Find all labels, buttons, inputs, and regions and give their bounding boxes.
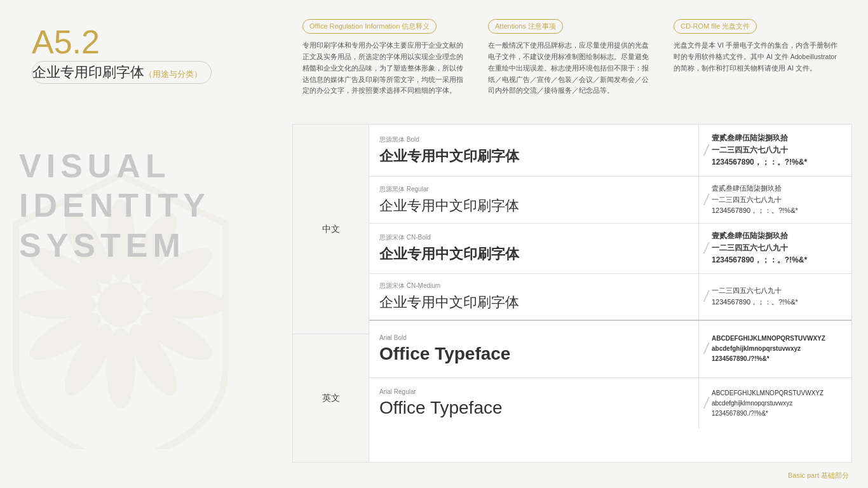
font-label-1: 思源黑体 Regular	[379, 185, 688, 194]
info-box-text-0: 专用印刷字体和专用办公字体主要应用于企业文献的正文及实务用品，所选定的字体用以实…	[302, 40, 468, 97]
info-box-0: Office Regulation Information 信息释义 专用印刷字…	[292, 19, 478, 108]
font-label-4: Arial Bold	[379, 334, 688, 341]
font-row-0: 思源黑体 Bold 企业专用中文印刷字体 壹贰叁肆伍陆柒捌玖拾 一二三四五六七八…	[369, 125, 851, 177]
top-info-area: Office Regulation Information 信息释义 专用印刷字…	[280, 0, 868, 121]
font-sample-3: 思源宋体 CN-Medium 企业专用中文印刷字体	[369, 274, 699, 320]
font-display-1: 企业专用中文印刷字体	[379, 196, 688, 215]
left-panel: A5.2 企业专用印刷字体（用途与分类）	[0, 0, 280, 488]
footer: Basic part 基础部分	[788, 471, 849, 480]
font-sample-1: 思源黑体 Regular 企业专用中文印刷字体	[369, 177, 699, 223]
font-label-3: 思源宋体 CN-Medium	[379, 281, 688, 290]
font-label-0: 思源黑体 Bold	[379, 135, 688, 144]
font-sample-0: 思源黑体 Bold 企业专用中文印刷字体	[369, 125, 699, 176]
font-row-5: Arial Regular Office Typeface ABCDEFGHIJ…	[369, 378, 851, 429]
section-title: 企业专用印刷字体（用途与分类）	[32, 64, 202, 80]
font-table: 中文 英文 思源黑体 Bold 企业专用中文印刷字体 壹贰叁肆伍陆柒捌玖拾 一二…	[292, 124, 852, 463]
chars-en-num-1: 1234567890./?!%&*	[712, 409, 843, 419]
category-en: 英文	[293, 334, 369, 462]
category-cn: 中文	[293, 125, 369, 334]
font-row-1: 思源黑体 Regular 企业专用中文印刷字体 壹贰叁肆伍陆柒捌玖拾 一二三四五…	[369, 177, 851, 224]
chars-en-lower-1: abcdefghijklmnopqrstuvwxyz	[712, 398, 843, 409]
font-display-0: 企业专用中文印刷字体	[379, 147, 688, 166]
info-box-title-0: Office Regulation Information 信息释义	[302, 19, 437, 34]
font-display-5: Office Typeface	[379, 398, 688, 418]
chars-en-lower-0: abcdefghijklmnopqrstuvwxyz	[712, 344, 843, 354]
font-display-2: 企业专用中文印刷字体	[379, 245, 688, 264]
chars-en-num-0: 1234567890./?!%&*	[712, 354, 843, 364]
font-label-5: Arial Regular	[379, 388, 688, 395]
font-chars-0: 壹贰叁肆伍陆柒捌玖拾 一二三四五六七八九十 1234567890，；：。?!%&…	[699, 125, 851, 176]
info-box-1: Attentions 注意事项 在一般情况下使用品牌标志，应尽量使用提供的光盘电…	[478, 19, 663, 108]
font-chars-2: 壹贰叁肆伍陆柒捌玖拾 一二三四五六七八九十 1234567890，；：。?!%&…	[699, 224, 851, 273]
font-sample-4: Arial Bold Office Typeface	[369, 321, 699, 377]
font-chars-3: 一二三四五六七八九十 1234567890，；：。?!%&*	[699, 274, 851, 320]
font-chars-5: ABCDEFGHIJKLMNOPQRSTUVWXYZ abcdefghijklm…	[699, 378, 851, 429]
info-box-title-2: CD-ROM file 光盘文件	[674, 19, 757, 34]
font-row-2: 思源宋体 CN-Bold 企业专用中文印刷字体 壹贰叁肆伍陆柒捌玖拾 一二三四五…	[369, 224, 851, 274]
info-box-text-2: 光盘文件是本 VI 手册电子文件的集合，内含手册制作时的专用软件格式文件。其中 …	[674, 40, 839, 74]
chars-en-upper-0: ABCDEFGHIJKLMNOPQRSTUVWXYZ	[712, 334, 843, 344]
section-code: A5.2	[32, 25, 254, 58]
font-chars-4: ABCDEFGHIJKLMNOPQRSTUVWXYZ abcdefghijklm…	[699, 321, 851, 377]
chars-en-upper-1: ABCDEFGHIJKLMNOPQRSTUVWXYZ	[712, 388, 843, 398]
info-box-2: CD-ROM file 光盘文件 光盘文件是本 VI 手册电子文件的集合，内含手…	[663, 19, 849, 108]
info-box-text-1: 在一般情况下使用品牌标志，应尽量使用提供的光盘电子文件，不建议使用标准制图绘制标…	[488, 40, 653, 97]
info-box-title-1: Attentions 注意事项	[488, 19, 563, 34]
font-display-4: Office Typeface	[379, 344, 688, 364]
font-sample-5: Arial Regular Office Typeface	[369, 378, 699, 429]
font-row-4: Arial Bold Office Typeface ABCDEFGHIJKLM…	[369, 321, 851, 378]
font-label-2: 思源宋体 CN-Bold	[379, 233, 688, 242]
font-display-3: 企业专用中文印刷字体	[379, 293, 688, 312]
font-sample-2: 思源宋体 CN-Bold 企业专用中文印刷字体	[369, 224, 699, 273]
category-column: 中文 英文	[293, 125, 369, 462]
font-chars-1: 壹贰叁肆伍陆柒捌玖拾 一二三四五六七八九十 1234567890，；：。?!%&…	[699, 177, 851, 223]
font-row-3: 思源宋体 CN-Medium 企业专用中文印刷字体 一二三四五六七八九十 123…	[369, 274, 851, 321]
